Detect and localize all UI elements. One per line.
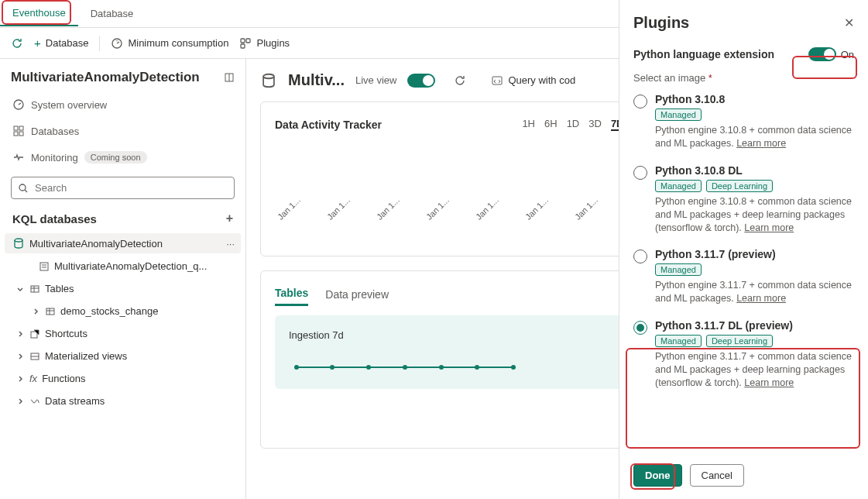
chevron-right-icon[interactable] xyxy=(31,307,40,316)
toolbar-database-label: Database xyxy=(46,37,89,49)
code-icon xyxy=(491,74,503,87)
tree-matviews[interactable]: Materialized views xyxy=(5,346,241,366)
tree-datastreams[interactable]: Data streams xyxy=(5,391,241,411)
queryset-icon xyxy=(39,261,50,272)
new-database-button[interactable]: + Database xyxy=(34,36,88,50)
plus-icon[interactable]: + xyxy=(226,212,233,225)
tree-table-label: demo_stocks_change xyxy=(60,305,158,317)
svg-rect-7 xyxy=(19,126,23,130)
svg-point-25 xyxy=(439,365,444,370)
badge: Managed xyxy=(655,180,702,192)
radio-badges: Managed xyxy=(655,263,854,276)
badge: Managed xyxy=(655,108,702,121)
chevron-right-icon[interactable] xyxy=(15,352,25,361)
python-ext-label: Python language extension xyxy=(633,48,774,60)
chevron-down-icon[interactable] xyxy=(15,284,25,294)
highlight-eventhouse-tab xyxy=(2,0,71,25)
tree-matviews-label: Materialized views xyxy=(45,350,127,362)
axis-tick: Jan 1... xyxy=(523,195,550,222)
radio-option-1[interactable]: Python 3.10.8 DLManagedDeep LearningPyth… xyxy=(633,163,854,236)
sidebar-search[interactable] xyxy=(11,177,235,199)
chevron-right-icon[interactable] xyxy=(15,374,25,384)
radio-icon[interactable] xyxy=(633,250,647,263)
tree-tables[interactable]: Tables xyxy=(5,279,241,298)
pulse-icon xyxy=(12,151,25,163)
range-1d[interactable]: 1D xyxy=(567,118,580,131)
table-icon xyxy=(45,306,56,317)
toolbar-separator xyxy=(99,36,100,51)
svg-point-21 xyxy=(294,365,299,370)
svg-point-11 xyxy=(15,239,22,242)
tree-db[interactable]: MultivariateAnomalyDetection ··· xyxy=(5,233,241,253)
radio-option-2[interactable]: Python 3.11.7 (preview)ManagedPython eng… xyxy=(633,246,854,307)
min-consumption-button[interactable]: Minimum consumption xyxy=(111,37,228,50)
range-3d[interactable]: 3D xyxy=(588,118,602,131)
chevron-right-icon[interactable] xyxy=(15,329,25,339)
radio-title: Python 3.10.8 xyxy=(655,93,854,105)
refresh-icon[interactable] xyxy=(454,74,466,87)
plugins-button[interactable]: Plugins xyxy=(239,37,290,50)
gauge-icon xyxy=(111,37,123,50)
learn-more-link[interactable]: Learn more xyxy=(736,293,786,304)
databases-icon xyxy=(12,125,25,137)
range-6h[interactable]: 6H xyxy=(544,118,558,131)
svg-point-22 xyxy=(330,365,335,370)
tree-shortcuts[interactable]: Shortcuts xyxy=(5,324,241,343)
sidebar-search-input[interactable] xyxy=(33,181,228,194)
svg-point-26 xyxy=(475,365,479,370)
highlight-done-button xyxy=(630,463,675,490)
tree-table-item[interactable]: demo_stocks_change xyxy=(5,301,241,321)
content-title: Multiv... xyxy=(288,71,345,89)
learn-more-link[interactable]: Learn more xyxy=(744,222,794,233)
sidebar-title: MultivariateAnomalyDetection xyxy=(11,70,200,85)
svg-rect-2 xyxy=(246,39,250,43)
radio-icon[interactable] xyxy=(633,166,647,180)
axis-tick: Jan 1... xyxy=(424,195,451,222)
svg-rect-14 xyxy=(46,308,54,315)
radio-title: Python 3.11.7 DL (preview) xyxy=(655,319,854,332)
tree-db-label: MultivariateAnomalyDetection xyxy=(29,238,163,250)
sidebar-item-monitoring[interactable]: Monitoring Coming soon xyxy=(5,146,241,169)
badge: Managed xyxy=(655,335,702,347)
gauge-icon xyxy=(12,98,25,111)
sidebar-item-label: Databases xyxy=(31,126,79,137)
card-title: Data Activity Tracker xyxy=(275,119,382,131)
learn-more-link[interactable]: Learn more xyxy=(736,138,786,149)
radio-badges: ManagedDeep Learning xyxy=(655,335,854,347)
tree-queryset[interactable]: MultivariateAnomalyDetection_q... xyxy=(5,256,241,276)
radio-icon[interactable] xyxy=(633,321,647,335)
chevron-right-icon[interactable] xyxy=(15,397,25,406)
panel-title: Plugins xyxy=(633,14,689,32)
svg-point-17 xyxy=(263,74,274,78)
database-icon xyxy=(260,72,277,89)
live-view-toggle[interactable] xyxy=(407,74,435,88)
sidebar-item-system-overview[interactable]: System overview xyxy=(5,93,241,116)
tab-database[interactable]: Database xyxy=(78,2,146,26)
badge: Deep Learning xyxy=(706,335,773,347)
tab-tables[interactable]: Tables xyxy=(275,282,308,306)
cancel-button[interactable]: Cancel xyxy=(690,464,744,487)
svg-rect-1 xyxy=(241,39,245,43)
close-icon[interactable]: ✕ xyxy=(844,15,854,30)
radio-badges: ManagedDeep Learning xyxy=(655,180,854,192)
kql-databases-label: KQL databases xyxy=(12,212,97,225)
tab-data-preview[interactable]: Data preview xyxy=(325,284,389,305)
svg-rect-3 xyxy=(241,44,245,48)
refresh-button[interactable] xyxy=(11,37,23,50)
radio-desc: Python engine 3.11.7 + common data scien… xyxy=(655,279,854,305)
database-icon xyxy=(12,237,25,250)
function-icon: fx xyxy=(29,373,37,384)
axis-tick: Jan 1... xyxy=(375,195,401,222)
svg-point-27 xyxy=(511,365,516,370)
radio-list: Python 3.10.8ManagedPython engine 3.10.8… xyxy=(633,91,854,391)
query-with-code-button[interactable]: Query with cod xyxy=(491,74,575,87)
tree-functions[interactable]: fx Functions xyxy=(5,369,241,388)
sidebar-item-databases[interactable]: Databases xyxy=(5,119,241,143)
live-view-label: Live view xyxy=(355,74,396,86)
range-1h[interactable]: 1H xyxy=(522,118,535,131)
pin-icon[interactable] xyxy=(224,72,235,83)
radio-icon[interactable] xyxy=(633,95,647,108)
radio-option-0[interactable]: Python 3.10.8ManagedPython engine 3.10.8… xyxy=(633,91,854,152)
tree-more-icon[interactable]: ··· xyxy=(226,238,235,250)
svg-rect-9 xyxy=(19,132,23,136)
